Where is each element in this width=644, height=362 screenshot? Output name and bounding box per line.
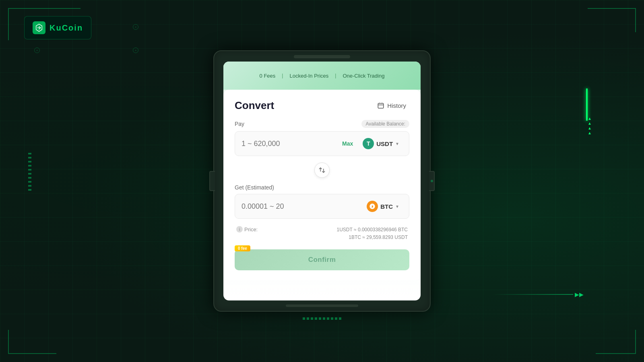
fees-label: 0 Fees: [260, 73, 276, 79]
right-arrows: ▲ ▲ ▲ ▲: [588, 117, 592, 135]
price-values: 1USDT ≈ 0.0000338296946 BTC 1BTC ≈ 29,55…: [337, 226, 408, 241]
device-bottom-bar: [286, 304, 358, 307]
feature-prices: Locked-In Prices: [289, 73, 328, 79]
device-top-bar: [294, 55, 350, 58]
get-section-header: Get (Estimated): [235, 184, 409, 191]
pay-currency-chevron: ▼: [395, 142, 399, 146]
usdt-symbol: T: [367, 140, 370, 147]
swap-button[interactable]: [314, 162, 330, 178]
get-currency-name: BTC: [380, 203, 393, 210]
pay-section-header: Pay Available Balance:: [235, 120, 409, 128]
corner-bracket-br: [596, 330, 636, 354]
history-label: History: [387, 102, 406, 109]
get-currency-selector[interactable]: BTC ▼: [363, 199, 402, 214]
price-label-area: i Price:: [236, 226, 258, 232]
prices-label: Locked-In Prices: [289, 73, 328, 79]
svg-rect-0: [378, 103, 384, 108]
btc-icon: [367, 201, 378, 212]
right-connector: [429, 171, 435, 191]
confirm-button[interactable]: Confirm: [235, 249, 409, 270]
screw-br: [133, 47, 138, 53]
price-label: Price:: [244, 226, 258, 232]
corner-bracket-bl: [8, 330, 56, 354]
price-row: i Price: 1USDT ≈ 0.0000338296946 BTC 1BT…: [235, 226, 409, 241]
card-container: 0 Fees | Locked-In Prices | One-Click Tr…: [223, 62, 421, 300]
right-accent-line: [586, 88, 588, 121]
convert-title: Convert: [235, 99, 274, 112]
left-connector: [209, 171, 215, 191]
confirm-btn-wrapper: 0 fee Confirm: [235, 249, 409, 270]
price-line-2: 1BTC ≈ 29,559.8293 USDT: [337, 234, 408, 241]
card-body: Convert History Pay: [223, 90, 421, 280]
app-title: KuCoin: [50, 23, 83, 33]
device-frame: 0 Fees | Locked-In Prices | One-Click Tr…: [213, 50, 431, 312]
card-header-features: 0 Fees | Locked-In Prices | One-Click Tr…: [223, 62, 421, 90]
screw-bl: [34, 47, 40, 53]
get-label: Get (Estimated): [235, 184, 274, 191]
swap-container: [235, 162, 409, 178]
usdt-icon: T: [363, 138, 374, 149]
bottom-dashes: [303, 317, 341, 320]
convert-header: Convert History: [235, 99, 409, 112]
available-balance-badge: Available Balance:: [361, 120, 409, 128]
device-bottom: [282, 300, 362, 311]
pay-input-row: Max T USDT ▼: [235, 131, 409, 156]
pay-label: Pay: [235, 121, 244, 127]
pay-amount-input[interactable]: [242, 140, 336, 148]
bottom-right-arrows: ▶▶: [493, 291, 584, 298]
divider-2: |: [335, 73, 336, 78]
fee-badge: 0 fee: [235, 245, 250, 251]
get-amount-input[interactable]: [242, 202, 359, 211]
max-button[interactable]: Max: [340, 140, 355, 148]
get-input-row: BTC ▼: [235, 194, 409, 219]
left-dashes: [28, 153, 31, 191]
trading-label: One-Click Trading: [343, 73, 384, 79]
screw-tl: [34, 24, 40, 30]
pay-currency-name: USDT: [376, 140, 393, 147]
price-line-1: 1USDT ≈ 0.0000338296946 BTC: [337, 226, 408, 234]
corner-bracket-tr: [588, 8, 636, 32]
history-button[interactable]: History: [374, 100, 409, 111]
price-info-icon: i: [236, 226, 243, 232]
feature-fees: 0 Fees: [260, 73, 276, 79]
get-currency-chevron: ▼: [395, 204, 399, 209]
pay-currency-selector[interactable]: T USDT ▼: [359, 136, 402, 151]
history-icon: [377, 102, 385, 110]
divider-1: |: [282, 73, 283, 78]
available-balance-label: Available Balance:: [365, 121, 405, 127]
feature-trading: One-Click Trading: [343, 73, 384, 79]
connector-dot: [431, 180, 433, 182]
screw-tr: [133, 24, 138, 30]
